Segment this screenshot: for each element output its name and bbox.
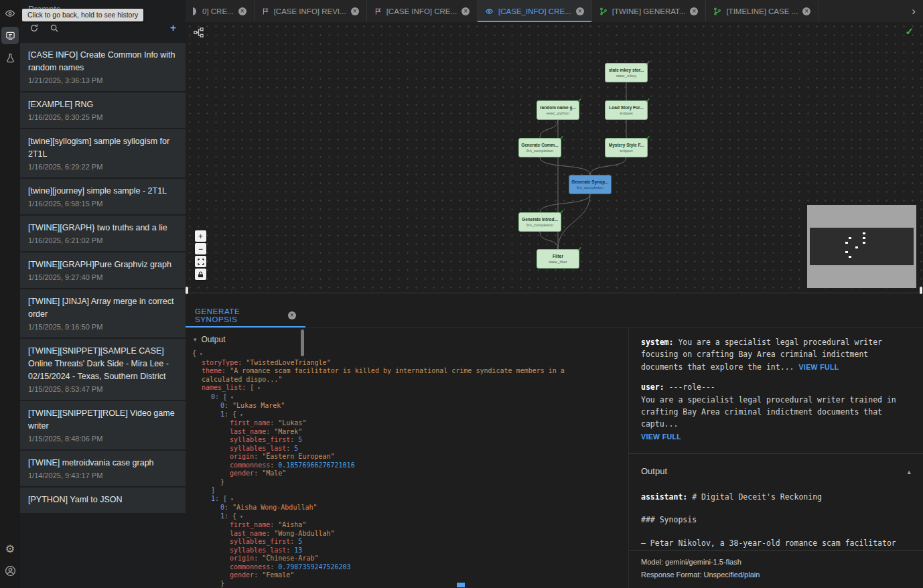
tab-close-icon[interactable]: ×: [238, 7, 246, 15]
collapse-chevron-icon[interactable]: ▾: [236, 514, 243, 520]
gear-icon[interactable]: ⚙: [1, 540, 19, 557]
json-line: gender: "Female": [186, 571, 577, 580]
zoom-in-button[interactable]: +: [195, 230, 206, 242]
collapse-chevron-icon[interactable]: ▾: [236, 412, 243, 418]
json-line: 0: [ ▾: [186, 393, 577, 402]
eye-icon[interactable]: [1, 5, 19, 22]
editor-tab[interactable]: [CASE INFO] REVI...×: [255, 0, 367, 22]
graph-node[interactable]: state mkey stor...state_mkey✓: [605, 63, 648, 82]
collapse-chevron-icon[interactable]: ▾: [227, 394, 234, 400]
user-view-full-link[interactable]: VIEW FULL: [641, 433, 681, 441]
json-line: }: [186, 580, 577, 588]
system-text: You are a specialist legal procedural wr…: [641, 338, 882, 372]
add-prompt-button[interactable]: +: [170, 23, 176, 33]
json-token-str: "Marek": [274, 428, 302, 435]
horizontal-scrollbar-thumb[interactable]: [457, 583, 465, 587]
json-token-key: origin: [230, 453, 254, 460]
graph-edge: [540, 194, 590, 212]
prompt-list-item[interactable]: [TWINE] [JINJA] Array merge in correct o…: [20, 289, 186, 338]
bottom-panel: GENERATE SYNOPSIS × ▾ Output { ▾storyTyp…: [186, 293, 923, 588]
node-title: Generate Introd...: [522, 217, 558, 222]
zoom-out-button[interactable]: −: [195, 243, 206, 254]
json-line: 1: { ▾: [186, 512, 577, 522]
json-token-pun: :: [270, 461, 278, 469]
prompt-list-item[interactable]: [twine][journey] simple sample - 2T1L1/1…: [20, 179, 186, 214]
json-token-pun: :: [266, 428, 274, 435]
graph-edge: [558, 194, 590, 249]
node-subtitle: llm_completion: [526, 223, 553, 228]
tab-close-icon[interactable]: ×: [462, 7, 470, 15]
json-token-key: storyType: [202, 359, 238, 366]
json-token-pun: :: [224, 512, 232, 520]
collapse-chevron-icon[interactable]: ▾: [196, 351, 203, 357]
minimap[interactable]: [807, 205, 916, 288]
graph-node[interactable]: Mystery Style F...snippet✓: [605, 138, 648, 157]
collapse-chevron-icon[interactable]: ▾: [254, 385, 261, 391]
prompt-date: 1/16/2025, 8:30:25 PM: [28, 113, 178, 121]
editor-tab[interactable]: [TIMELINE] CASE ...×: [706, 0, 819, 22]
tab-close-icon[interactable]: ×: [802, 7, 810, 15]
graph-node[interactable]: Generate Introd...llm_completion✓: [518, 212, 561, 232]
tab-close-icon[interactable]: ×: [351, 7, 359, 15]
tab-close-icon[interactable]: ×: [576, 7, 584, 15]
graph-node[interactable]: Load Story For...snippet✓: [605, 100, 648, 120]
tab-scroll-right-icon[interactable]: ›: [904, 0, 923, 22]
account-icon[interactable]: [1, 562, 19, 579]
output-section-header[interactable]: ▾ Output: [186, 328, 628, 350]
system-view-full-link[interactable]: VIEW FULL: [798, 363, 839, 371]
prompt-list-item[interactable]: [TWINE][GRAPH]Pure Graphviz graph1/15/20…: [20, 252, 186, 288]
graph-node[interactable]: Generate Synop...llm_completion: [569, 175, 612, 194]
layout-graph-icon[interactable]: [194, 27, 204, 40]
json-token-str: "Aisha Wong-Abdullah": [232, 504, 317, 511]
node-subtitle: snippet: [620, 111, 632, 116]
graph-node[interactable]: Generate Comm...llm_completion✓: [518, 138, 561, 157]
json-line: syllables_first: 5: [186, 538, 577, 546]
collapse-chevron-icon[interactable]: ▾: [227, 496, 234, 502]
json-token-key: last_name: [230, 530, 266, 537]
graph-canvas[interactable]: ✓ + − state mkey stor...state_mkey✓rando…: [186, 22, 923, 293]
prompt-list-item[interactable]: [TWINE][GRAPH} two truths and a lie1/16/…: [20, 216, 186, 251]
editor-tab[interactable]: [TWINE] GENERAT...×: [592, 0, 707, 22]
refresh-icon[interactable]: [29, 23, 39, 33]
chevron-down-icon: ▾: [194, 336, 197, 343]
json-token-str: "Wong-Abdullah": [274, 530, 334, 537]
prompt-title: [TWINE][GRAPH]Pure Graphviz graph: [28, 259, 178, 271]
bottom-tab-generate-synopsis[interactable]: GENERATE SYNOPSIS ×: [186, 303, 305, 327]
search-icon[interactable]: [50, 23, 59, 33]
prompt-list-item[interactable]: [TWINE][SNIPPET][SAMPLE CASE] Online Thr…: [20, 339, 186, 400]
node-success-check-icon: ✓: [577, 246, 582, 252]
prompt-date: 1/15/2025, 9:16:50 PM: [28, 323, 178, 331]
prompt-list-item[interactable]: [twine][syllogism] sample syllogism for …: [20, 129, 186, 177]
prompt-list-item[interactable]: [EXAMPLE] RNG1/16/2025, 8:30:25 PM: [20, 92, 186, 128]
fit-view-button[interactable]: [195, 256, 206, 267]
graph-edge: [590, 157, 626, 175]
bottom-content: ▾ Output { ▾storyType: "TwistedLoveTrian…: [186, 328, 923, 588]
json-line: 0: "Lukas Marek": [186, 402, 577, 411]
flask-icon[interactable]: [1, 49, 19, 66]
splitter-grip-right[interactable]: [920, 287, 922, 294]
chevron-up-icon[interactable]: ▴: [907, 466, 911, 478]
editor-tab[interactable]: [CASE_INFO] CRE...×: [478, 0, 592, 22]
splitter-grip-left[interactable]: [186, 287, 188, 294]
prompts-icon[interactable]: [1, 27, 19, 44]
graph-node[interactable]: Filterstate_filter✓: [537, 249, 579, 269]
prompt-list-item[interactable]: [CASE INFO] Create Common Info with rand…: [20, 43, 186, 91]
editor-tab[interactable]: 0] CRE...×: [186, 0, 255, 22]
scrollbar-thumb[interactable]: [301, 329, 304, 356]
editor-tab[interactable]: [CASE INFO] CRE...×: [367, 0, 478, 22]
flag-icon: [374, 7, 382, 15]
eye-icon: [485, 7, 494, 15]
json-line: last_name: "Marek": [186, 428, 577, 437]
json-token-pun: :: [238, 359, 246, 366]
app-root: ⚙ Prompts + [CASE INFO] Create Common In…: [0, 0, 923, 588]
node-subtitle: snippet: [620, 149, 632, 153]
prompt-list-item[interactable]: [TWINE] metroidvania case graph1/14/2025…: [20, 451, 186, 486]
prompt-list-item[interactable]: [PYTHON] Yaml to JSON: [20, 488, 186, 513]
graph-node[interactable]: random name g...exec_python✓: [537, 100, 579, 120]
tab-close-icon[interactable]: ×: [690, 7, 698, 15]
tab-close-icon[interactable]: ×: [288, 311, 296, 319]
json-line: origin: "Chinese-Arab": [186, 555, 577, 563]
prompt-list-item[interactable]: [TWINE][SNIPPET][ROLE] Video game writer…: [20, 401, 186, 449]
lock-button[interactable]: [195, 269, 206, 280]
tab-label: 0] CRE...: [202, 7, 234, 15]
